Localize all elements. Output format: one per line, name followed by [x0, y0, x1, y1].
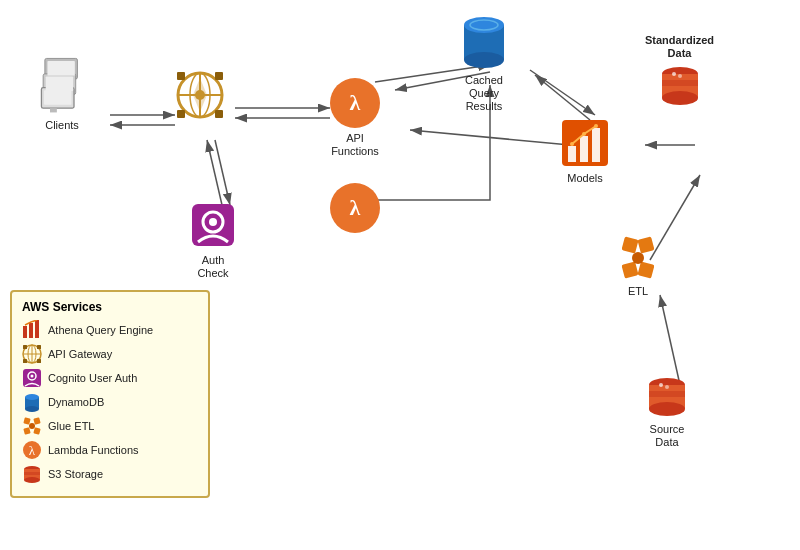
- svg-rect-73: [23, 345, 27, 349]
- svg-rect-66: [23, 326, 27, 338]
- svg-point-48: [594, 124, 598, 128]
- svg-rect-86: [33, 427, 40, 434]
- svg-line-15: [207, 140, 222, 205]
- svg-rect-24: [47, 61, 74, 76]
- s3-legend-label: S3 Storage: [48, 468, 103, 480]
- svg-rect-83: [23, 417, 30, 424]
- svg-rect-68: [35, 320, 39, 338]
- svg-rect-33: [177, 110, 185, 118]
- clients-icon: [40, 55, 84, 115]
- source-data-label: SourceData: [650, 423, 685, 449]
- svg-rect-58: [637, 261, 654, 278]
- svg-line-9: [535, 75, 590, 120]
- svg-point-87: [29, 423, 35, 429]
- svg-rect-45: [592, 128, 600, 162]
- svg-rect-76: [37, 359, 41, 363]
- dynamodb-legend-icon: [22, 392, 42, 412]
- legend-dynamodb: DynamoDB: [22, 392, 198, 412]
- cognito-node: AuthCheck: [188, 200, 238, 280]
- lambda1-node: λ APIFunctions: [330, 78, 380, 158]
- svg-rect-32: [215, 72, 223, 80]
- legend-cognito: Cognito User Auth: [22, 368, 198, 388]
- svg-point-30: [195, 90, 205, 100]
- source-data-node: SourceData: [645, 375, 689, 449]
- legend-athena: Athena Query Engine: [22, 320, 198, 340]
- svg-rect-84: [33, 417, 40, 424]
- svg-point-82: [25, 406, 39, 412]
- s3-source-icon: [645, 375, 689, 419]
- svg-rect-67: [29, 323, 33, 338]
- legend-title: AWS Services: [22, 300, 198, 314]
- apigateway-node: [175, 70, 225, 120]
- svg-point-46: [570, 142, 574, 146]
- glue-legend-icon: [22, 416, 42, 436]
- glue-etl-icon: [615, 235, 661, 281]
- svg-rect-93: [24, 472, 40, 475]
- legend-box: AWS Services Athena Query Engine: [10, 290, 210, 498]
- cognito-icon: [188, 200, 238, 250]
- svg-rect-23: [46, 76, 73, 91]
- svg-point-92: [24, 477, 40, 483]
- models-node: Models: [560, 118, 610, 185]
- etl-node: ETL: [615, 235, 661, 298]
- svg-point-51: [662, 91, 698, 105]
- apigateway-icon: [175, 70, 225, 120]
- cognito-legend-icon: [22, 368, 42, 388]
- svg-line-13: [660, 295, 680, 385]
- etl-label: ETL: [628, 285, 648, 298]
- lambda2-node: λ: [330, 183, 380, 233]
- athena-legend-label: Athena Query Engine: [48, 324, 153, 336]
- lambda-legend-label: Lambda Functions: [48, 444, 139, 456]
- svg-rect-63: [649, 391, 685, 397]
- svg-rect-75: [23, 359, 27, 363]
- dynamodb-legend-label: DynamoDB: [48, 396, 104, 408]
- svg-point-53: [672, 72, 676, 76]
- legend-lambda: λ Lambda Functions: [22, 440, 198, 460]
- svg-point-40: [464, 52, 504, 68]
- svg-line-8: [530, 70, 595, 115]
- glue-legend-label: Glue ETL: [48, 420, 94, 432]
- cognito-legend-label: Cognito User Auth: [48, 372, 137, 384]
- svg-point-37: [209, 218, 217, 226]
- svg-point-47: [582, 132, 586, 136]
- svg-rect-85: [23, 427, 30, 434]
- legend-apigateway: API Gateway: [22, 344, 198, 364]
- standardized-node: StandardizedData: [645, 30, 714, 108]
- lambda1-label: APIFunctions: [331, 132, 379, 158]
- svg-point-65: [665, 385, 669, 389]
- svg-rect-43: [568, 146, 576, 162]
- svg-point-59: [632, 252, 644, 264]
- architecture-diagram: Clients λ APIFunctions λ: [0, 0, 800, 550]
- apigateway-legend-icon: [22, 344, 42, 364]
- cognito-label: AuthCheck: [197, 254, 228, 280]
- models-icon: [560, 118, 610, 168]
- svg-rect-56: [637, 236, 654, 253]
- svg-point-62: [649, 402, 685, 416]
- svg-rect-55: [621, 236, 638, 253]
- apigateway-legend-label: API Gateway: [48, 348, 112, 360]
- clients-node: Clients: [40, 55, 84, 132]
- svg-rect-21: [50, 108, 57, 112]
- svg-text:λ: λ: [29, 443, 36, 458]
- legend-s3: S3 Storage: [22, 464, 198, 484]
- athena-legend-icon: [22, 320, 42, 340]
- svg-rect-52: [662, 80, 698, 86]
- clients-label: Clients: [45, 119, 79, 132]
- svg-point-64: [659, 383, 663, 387]
- svg-rect-31: [177, 72, 185, 80]
- standardized-label: StandardizedData: [645, 34, 714, 60]
- models-label: Models: [567, 172, 602, 185]
- s3-standardized-icon: [658, 64, 702, 108]
- dynamodb-label: CachedQueryResults: [465, 74, 503, 114]
- svg-rect-57: [621, 261, 638, 278]
- svg-rect-74: [37, 345, 41, 349]
- svg-rect-22: [44, 90, 71, 105]
- lambda2-icon: λ: [330, 183, 380, 233]
- svg-line-14: [215, 140, 230, 205]
- svg-rect-44: [580, 136, 588, 162]
- s3-legend-icon: [22, 464, 42, 484]
- lambda-legend-icon: λ: [22, 440, 42, 460]
- svg-point-54: [678, 74, 682, 78]
- dynamodb-icon: [458, 10, 510, 70]
- dynamodb-node: CachedQueryResults: [458, 10, 510, 114]
